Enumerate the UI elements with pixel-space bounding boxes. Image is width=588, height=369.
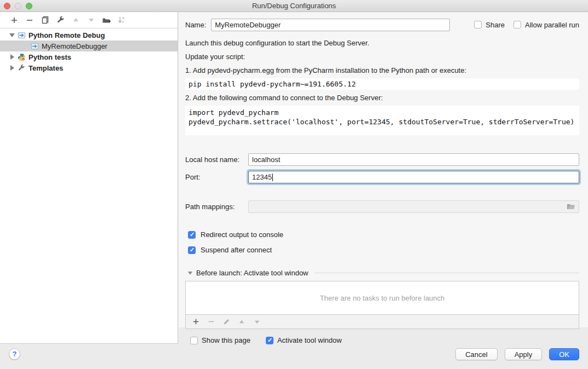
chevron-down-icon[interactable] <box>8 33 16 37</box>
before-launch-section-header[interactable]: Before launch: Activate tool window <box>185 269 579 277</box>
copy-configuration-button[interactable] <box>38 14 52 26</box>
remove-icon <box>208 318 215 325</box>
remove-task-button[interactable] <box>204 316 218 328</box>
port-field[interactable]: 12345 <box>248 171 579 183</box>
move-down-icon <box>254 319 260 325</box>
move-down-icon <box>88 16 95 24</box>
edit-defaults-wrench-icon <box>56 16 65 24</box>
suspend-after-connect-checkbox[interactable]: Suspend after connect <box>188 246 579 254</box>
wrench-icon <box>16 64 26 72</box>
path-mappings-field[interactable] <box>248 200 579 213</box>
move-task-up-button[interactable] <box>235 316 248 328</box>
apply-button[interactable]: Apply <box>505 348 543 360</box>
code-block-settrace: import pydevd_pycharm pydevd_pycharm.set… <box>185 106 579 135</box>
chevron-right-icon[interactable] <box>8 65 16 71</box>
sort-alphabetically-icon: az <box>117 16 126 24</box>
dialog-footer: ? Cancel Apply OK <box>0 344 588 369</box>
local-host-name-label: Local host name: <box>185 155 248 164</box>
name-field[interactable] <box>211 19 450 31</box>
move-down-button[interactable] <box>84 14 98 26</box>
add-icon <box>10 16 18 24</box>
checkbox-checked-icon[interactable] <box>188 231 196 239</box>
description-line: 1. Add pydevd-pycharm.egg from the PyCha… <box>185 64 579 77</box>
configurations-tree: Python Remote Debug MyRemoteDebugger Pyt… <box>0 28 178 73</box>
edit-pencil-icon <box>223 318 230 325</box>
tree-item-python-remote-debug[interactable]: Python Remote Debug <box>0 30 178 41</box>
local-host-name-row: Local host name: <box>185 153 579 166</box>
svg-text:a: a <box>122 16 124 20</box>
text-caret <box>272 174 273 181</box>
name-label: Name: <box>185 21 206 29</box>
checkbox-checked-icon[interactable] <box>266 337 273 344</box>
local-host-name-field[interactable] <box>248 153 579 166</box>
remote-debug-icon <box>30 43 39 50</box>
allow-parallel-run-label: Allow parallel run <box>525 21 579 29</box>
name-row: Name: Share Allow parallel run <box>185 18 579 31</box>
activate-tool-window-label: Activate tool window <box>277 336 342 344</box>
cancel-button[interactable]: Cancel <box>455 348 497 360</box>
sort-configurations-button[interactable]: az <box>115 14 128 26</box>
port-row: Port: 12345 <box>185 171 579 183</box>
share-checkbox[interactable]: Share <box>474 21 505 29</box>
edit-defaults-button[interactable] <box>54 14 67 26</box>
traffic-lights <box>4 3 32 9</box>
collapse-triangle-icon[interactable] <box>188 272 192 275</box>
tree-item-templates[interactable]: Templates <box>0 62 178 73</box>
redirect-output-checkbox[interactable]: Redirect output to console <box>188 230 579 239</box>
tree-item-label: Python tests <box>28 53 71 61</box>
before-launch-task-list[interactable]: There are no tasks to run before launch <box>185 281 579 315</box>
edit-task-button[interactable] <box>220 316 233 328</box>
allow-parallel-run-checkbox[interactable]: Allow parallel run <box>513 21 579 29</box>
browse-folder-icon[interactable] <box>567 203 575 210</box>
code-block-pip-install: pip install pydevd-pycharm~=191.6605.12 <box>185 78 579 90</box>
svg-text:z: z <box>122 20 124 24</box>
before-launch-toolbar <box>185 315 579 329</box>
move-task-down-button[interactable] <box>250 316 264 328</box>
description-line: Launch this debug configuration to start… <box>185 36 579 50</box>
add-task-button[interactable] <box>189 316 202 328</box>
ok-button[interactable]: OK <box>549 348 579 360</box>
help-button[interactable]: ? <box>9 348 20 360</box>
section-divider <box>315 273 579 273</box>
activate-tool-window-checkbox[interactable]: Activate tool window <box>266 336 342 344</box>
empty-task-list-text: There are no tasks to run before launch <box>320 294 445 302</box>
new-folder-button[interactable] <box>100 14 113 26</box>
tree-item-label: MyRemoteDebugger <box>42 42 107 50</box>
zoom-window-button[interactable] <box>26 3 32 9</box>
python-icon <box>16 53 26 61</box>
checkbox-icon[interactable] <box>513 21 521 28</box>
show-this-page-label: Show this page <box>202 336 250 344</box>
question-mark-icon: ? <box>13 350 17 358</box>
chevron-right-icon[interactable] <box>8 54 16 60</box>
sidebar-toolbar: az <box>0 12 178 28</box>
tree-item-label: Templates <box>28 64 63 72</box>
page-options-row: Show this page Activate tool window <box>190 336 579 344</box>
checkbox-checked-icon[interactable] <box>188 246 196 254</box>
tree-item-python-tests[interactable]: Python tests <box>0 51 178 62</box>
add-icon <box>192 318 199 325</box>
tree-item-myremotedebugger[interactable]: MyRemoteDebugger <box>0 41 178 51</box>
move-up-button[interactable] <box>69 14 82 26</box>
new-folder-icon <box>102 16 111 24</box>
redirect-output-label: Redirect output to console <box>201 230 283 239</box>
minimize-window-button[interactable] <box>15 3 21 9</box>
path-mappings-label: Path mappings: <box>185 203 248 211</box>
window-titlebar: Run/Debug Configurations <box>0 0 588 12</box>
move-up-icon <box>72 16 79 24</box>
instructions: Launch this debug configuration to start… <box>185 36 579 135</box>
checkbox-icon[interactable] <box>190 337 198 344</box>
configuration-editor: Name: Share Allow parallel run Launch th… <box>179 12 588 327</box>
tree-item-label: Python Remote Debug <box>28 31 105 39</box>
close-window-button[interactable] <box>4 3 10 9</box>
share-label: Share <box>486 21 505 29</box>
suspend-after-connect-label: Suspend after connect <box>201 246 272 254</box>
checkbox-icon[interactable] <box>474 21 482 28</box>
add-configuration-button[interactable] <box>8 14 21 26</box>
show-this-page-checkbox[interactable]: Show this page <box>190 336 250 344</box>
remove-icon <box>26 16 33 24</box>
remote-debug-icon <box>16 32 26 39</box>
window-title: Run/Debug Configurations <box>0 2 588 10</box>
copy-icon <box>41 16 49 24</box>
remove-configuration-button[interactable] <box>23 14 36 26</box>
before-launch-title: Before launch: Activate tool window <box>196 269 309 277</box>
